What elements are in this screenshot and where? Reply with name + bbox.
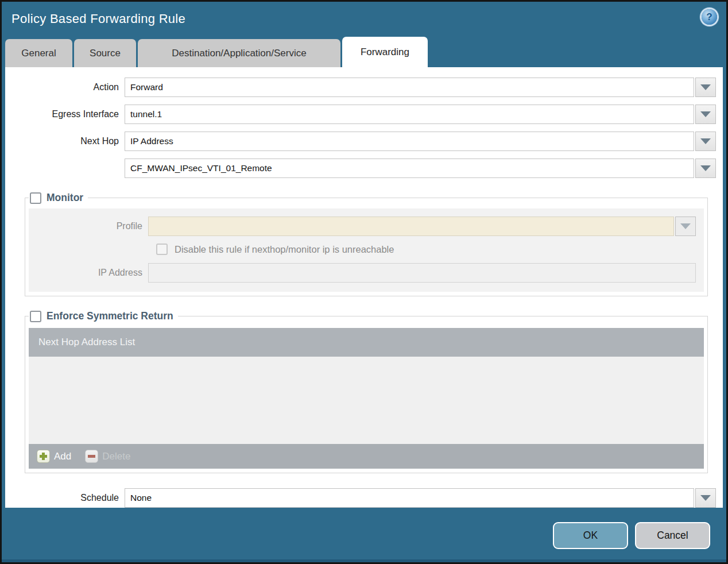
tab-source[interactable]: Source xyxy=(74,39,136,67)
monitor-ip-address-row: IP Address xyxy=(29,263,696,283)
next-hop-address-list-footer: Add Delete xyxy=(29,444,704,469)
next-hop-address-list-body xyxy=(29,357,704,444)
egress-interface-input[interactable] xyxy=(125,105,694,124)
next-hop-type-input[interactable] xyxy=(125,132,694,151)
symmetric-return-group: Enforce Symmetric Return Next Hop Addres… xyxy=(25,310,708,473)
symmetric-return-legend: Enforce Symmetric Return xyxy=(29,310,178,322)
tab-destination-application-service[interactable]: Destination/Application/Service xyxy=(138,39,340,67)
disable-rule-label: Disable this rule if nexthop/monitor ip … xyxy=(175,244,394,255)
monitor-group: Monitor Profile Disable this rule if nex… xyxy=(25,192,708,296)
action-row: Action xyxy=(5,78,716,97)
schedule-input[interactable] xyxy=(125,488,694,508)
action-label: Action xyxy=(5,82,125,92)
dialog-titlebar: Policy Based Forwarding Rule ? xyxy=(2,2,726,36)
monitor-legend: Monitor xyxy=(29,192,88,204)
ok-button[interactable]: OK xyxy=(553,522,628,549)
action-combo xyxy=(125,78,716,97)
tab-general[interactable]: General xyxy=(5,39,72,67)
schedule-row: Schedule xyxy=(5,488,716,508)
profile-input xyxy=(148,217,674,236)
symmetric-return-checkbox[interactable] xyxy=(30,311,41,322)
pbf-rule-dialog: Policy Based Forwarding Rule ? General S… xyxy=(0,0,728,564)
add-button-label: Add xyxy=(54,451,71,462)
profile-dropdown-button xyxy=(675,217,696,236)
profile-combo xyxy=(148,217,696,236)
egress-interface-label: Egress Interface xyxy=(5,109,125,119)
symmetric-return-legend-label: Enforce Symmetric Return xyxy=(47,310,173,322)
next-hop-address-list-header: Next Hop Address List xyxy=(29,328,704,357)
next-hop-address-list: Next Hop Address List Add Delete xyxy=(29,328,704,469)
profile-label: Profile xyxy=(29,221,148,231)
egress-interface-dropdown-button[interactable] xyxy=(695,105,716,124)
dialog-footer: OK Cancel xyxy=(2,508,726,562)
monitor-ip-address-combo xyxy=(148,263,696,283)
chevron-down-icon xyxy=(680,223,691,229)
chevron-down-icon xyxy=(700,165,711,171)
monitor-legend-label: Monitor xyxy=(47,192,83,204)
action-input[interactable] xyxy=(125,78,694,97)
chevron-down-icon xyxy=(700,138,711,144)
next-hop-label: Next Hop xyxy=(5,136,125,146)
forwarding-tab-panel: Action Egress Interface Next Hop xyxy=(5,67,723,508)
next-hop-type-dropdown-button[interactable] xyxy=(695,132,716,151)
schedule-combo xyxy=(125,488,716,508)
monitor-checkbox[interactable] xyxy=(30,192,41,204)
egress-interface-combo xyxy=(125,105,716,124)
next-hop-address-dropdown-button[interactable] xyxy=(695,159,716,178)
monitor-ip-address-input xyxy=(148,263,696,283)
delete-button: Delete xyxy=(85,450,130,463)
help-icon[interactable]: ? xyxy=(702,9,717,25)
chevron-down-icon xyxy=(700,84,711,90)
tab-bar: General Source Destination/Application/S… xyxy=(2,36,726,67)
tab-forwarding[interactable]: Forwarding xyxy=(342,37,428,67)
chevron-down-icon xyxy=(700,111,711,117)
plus-icon xyxy=(37,450,50,463)
egress-interface-row: Egress Interface xyxy=(5,105,716,124)
schedule-dropdown-button[interactable] xyxy=(695,488,716,508)
add-button[interactable]: Add xyxy=(37,450,71,463)
disable-rule-checkbox xyxy=(156,244,168,255)
dialog-title: Policy Based Forwarding Rule xyxy=(11,11,185,26)
disable-rule-row: Disable this rule if nexthop/monitor ip … xyxy=(156,244,696,255)
delete-button-label: Delete xyxy=(102,451,130,462)
next-hop-row: Next Hop xyxy=(5,132,716,151)
next-hop-combo xyxy=(125,132,716,151)
minus-icon xyxy=(85,450,98,463)
next-hop-address-input[interactable] xyxy=(125,159,694,178)
next-hop-address-combo xyxy=(125,159,716,178)
next-hop-address-row xyxy=(5,159,716,178)
monitor-ip-address-label: IP Address xyxy=(29,268,148,278)
action-dropdown-button[interactable] xyxy=(695,78,716,97)
chevron-down-icon xyxy=(700,495,711,501)
question-mark-glyph: ? xyxy=(706,12,712,22)
monitor-panel: Profile Disable this rule if nexthop/mon… xyxy=(29,208,704,292)
profile-row: Profile xyxy=(29,217,696,236)
cancel-button[interactable]: Cancel xyxy=(635,522,710,549)
schedule-label: Schedule xyxy=(5,493,125,503)
